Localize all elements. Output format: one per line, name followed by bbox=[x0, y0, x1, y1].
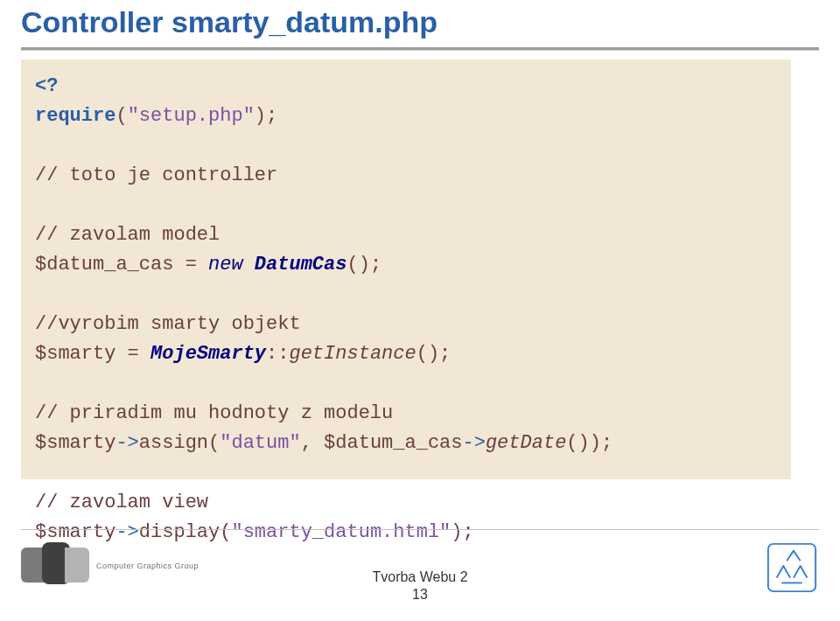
code-token: -> bbox=[116, 521, 138, 543]
code-token: = bbox=[173, 254, 208, 276]
code-token: ); bbox=[451, 521, 473, 543]
code-token: "smarty_datum.html" bbox=[231, 521, 451, 543]
svg-rect-0 bbox=[768, 544, 816, 591]
bottom-rule bbox=[21, 529, 819, 530]
code-token: "datum" bbox=[220, 432, 300, 454]
code-token: ()); bbox=[566, 432, 612, 454]
ctu-lion-logo bbox=[765, 541, 819, 595]
code-token: new bbox=[208, 254, 243, 276]
code-token: "setup.php" bbox=[128, 105, 255, 127]
footer-title: Tvorba Webu 2 bbox=[0, 569, 840, 586]
code-comment: // toto je controller bbox=[35, 164, 277, 186]
code-comment: //vyrobim smarty objekt bbox=[35, 313, 301, 335]
code-block: <? require("setup.php"); // toto je cont… bbox=[21, 59, 791, 479]
code-token: , bbox=[301, 432, 324, 454]
code-token: display bbox=[139, 521, 220, 543]
footer-center: Tvorba Webu 2 13 bbox=[0, 569, 840, 604]
code-token: getDate bbox=[486, 432, 566, 454]
code-token: -> bbox=[463, 432, 486, 454]
code-token: :: bbox=[266, 343, 289, 365]
code-token: ( bbox=[220, 521, 231, 543]
code-token: assign bbox=[139, 432, 208, 454]
code-token: (); bbox=[416, 343, 452, 365]
code-token: $datum_a_cas bbox=[324, 432, 462, 454]
code-token: ( bbox=[208, 432, 220, 454]
code-token: $smarty bbox=[35, 343, 116, 365]
code-token: (); bbox=[346, 254, 382, 276]
code-comment: // zavolam model bbox=[35, 224, 220, 246]
code-token: ( bbox=[116, 105, 127, 127]
code-token: = bbox=[116, 343, 150, 365]
slide: Controller smarty_datum.php <? require("… bbox=[0, 0, 840, 621]
code-comment: // zavolam view bbox=[35, 492, 208, 513]
code-token: require bbox=[35, 105, 116, 127]
code-token: $smarty bbox=[35, 521, 116, 543]
code-token: $datum_a_cas bbox=[35, 254, 173, 276]
code-token: DatumCas bbox=[255, 254, 347, 276]
code-token: getInstance bbox=[289, 343, 416, 365]
code-token bbox=[243, 254, 255, 276]
code-token: ); bbox=[255, 105, 277, 127]
code-comment: // priradim mu hodnoty z modelu bbox=[35, 402, 393, 424]
page-number: 13 bbox=[0, 586, 840, 604]
code-token: <? bbox=[35, 75, 58, 97]
title-underline bbox=[21, 47, 819, 51]
slide-title: Controller smarty_datum.php bbox=[21, 5, 438, 39]
code-token: MojeSmarty bbox=[150, 343, 266, 365]
code-token: -> bbox=[116, 432, 138, 454]
code-token: $smarty bbox=[35, 432, 116, 454]
